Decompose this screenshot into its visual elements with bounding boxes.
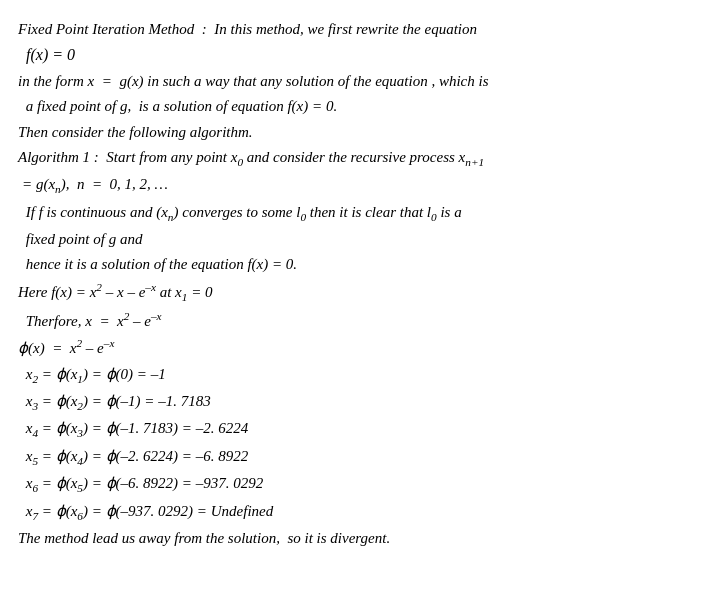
line19-text: x7 = ϕ(x6) = ϕ(–937. 0292) = Undefined: [22, 503, 273, 519]
line9-text: fixed point of g and: [22, 231, 142, 247]
eq-fx0: f(x) = 0: [26, 46, 75, 63]
line10-text: hence it is a solution of the equation f…: [22, 256, 297, 272]
line-2: f(x) = 0: [18, 43, 683, 68]
line-1: Fixed Point Iteration Method : In this m…: [18, 18, 683, 41]
line20-text: The method lead us away from the solutio…: [18, 530, 390, 546]
line14-text: x2 = ϕ(x1) = ϕ(0) = –1: [22, 366, 166, 382]
title-text: Fixed Point Iteration Method : In this m…: [18, 21, 477, 37]
line-8: If f is continuous and (xn) converges to…: [18, 201, 683, 226]
line8-text: If f is continuous and (xn) converges to…: [22, 204, 462, 220]
line-10: hence it is a solution of the equation f…: [18, 253, 683, 276]
line15-text: x3 = ϕ(x2) = ϕ(–1) = –1. 7183: [22, 393, 211, 409]
line-4: a fixed point of g, is a solution of equ…: [18, 95, 683, 118]
line-13: ϕ(x) = x2 – e–x: [18, 335, 683, 360]
line-15: x3 = ϕ(x2) = ϕ(–1) = –1. 7183: [18, 390, 683, 415]
line16-text: x4 = ϕ(x3) = ϕ(–1. 7183) = –2. 6224: [22, 420, 248, 436]
line-3: in the form x = g(x) in such a way that …: [18, 70, 683, 93]
line-19: x7 = ϕ(x6) = ϕ(–937. 0292) = Undefined: [18, 500, 683, 525]
line12-text: Therfore, x = x2 – e–x: [22, 313, 162, 329]
line-5: Then consider the following algorithm.: [18, 121, 683, 144]
line6-text: Algorithm 1 : Start from any point x0 an…: [18, 149, 484, 165]
line-9: fixed point of g and: [18, 228, 683, 251]
line-11: Here f(x) = x2 – x – e–x at x1 = 0: [18, 279, 683, 306]
line3-text: in the form x = g(x) in such a way that …: [18, 73, 489, 89]
line-16: x4 = ϕ(x3) = ϕ(–1. 7183) = –2. 6224: [18, 417, 683, 442]
line7-text: = g(xn), n = 0, 1, 2, …: [22, 176, 168, 192]
line-18: x6 = ϕ(x5) = ϕ(–6. 8922) = –937. 0292: [18, 472, 683, 497]
line17-text: x5 = ϕ(x4) = ϕ(–2. 6224) = –6. 8922: [22, 448, 248, 464]
line11-text: Here f(x) = x2 – x – e–x at x1 = 0: [18, 284, 213, 300]
line18-text: x6 = ϕ(x5) = ϕ(–6. 8922) = –937. 0292: [22, 475, 263, 491]
line-12: Therfore, x = x2 – e–x: [18, 308, 683, 333]
line-17: x5 = ϕ(x4) = ϕ(–2. 6224) = –6. 8922: [18, 445, 683, 470]
line4-text: a fixed point of g, is a solution of equ…: [22, 98, 337, 114]
line-6: Algorithm 1 : Start from any point x0 an…: [18, 146, 683, 171]
line-20: The method lead us away from the solutio…: [18, 527, 683, 550]
line-14: x2 = ϕ(x1) = ϕ(0) = –1: [18, 363, 683, 388]
main-content: Fixed Point Iteration Method : In this m…: [18, 18, 683, 550]
line-7: = g(xn), n = 0, 1, 2, …: [18, 173, 683, 198]
line13-text: ϕ(x) = x2 – e–x: [18, 340, 114, 356]
line5-text: Then consider the following algorithm.: [18, 124, 253, 140]
